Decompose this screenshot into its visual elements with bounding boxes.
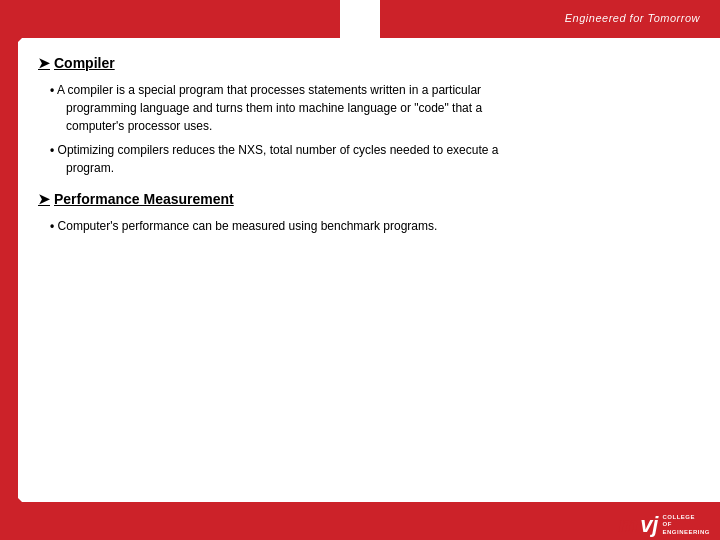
top-left-accent bbox=[0, 38, 22, 60]
compiler-heading: ➤ Compiler bbox=[38, 55, 700, 71]
perf-heading-text: Performance Measurement bbox=[54, 191, 234, 207]
bottom-left-accent bbox=[0, 480, 22, 502]
main-content: ➤ Compiler • A compiler is a special pro… bbox=[38, 55, 700, 485]
compiler-bullet-1-text: A compiler is a special program that pro… bbox=[50, 83, 700, 135]
logo-college-line3: ENGINEERING bbox=[662, 529, 710, 536]
perf-heading: ➤ Performance Measurement bbox=[38, 191, 700, 207]
arrow-icon-1: ➤ bbox=[38, 55, 50, 71]
logo-m: m bbox=[619, 514, 639, 536]
compiler-heading-text: Compiler bbox=[54, 55, 115, 71]
bullet-dot-3: • bbox=[50, 219, 54, 233]
bullet-dot-2: • bbox=[50, 143, 54, 157]
compiler-bullets: • A compiler is a special program that p… bbox=[50, 81, 700, 177]
logo-college-line1: COLLEGE bbox=[662, 514, 710, 521]
bullet-dot-1: • bbox=[50, 83, 54, 97]
left-stripe bbox=[0, 38, 18, 540]
compiler-bullet-2: • Optimizing compilers reduces the NXS, … bbox=[50, 141, 700, 177]
bottom-bar: m vj COLLEGE OF ENGINEERING bbox=[0, 502, 720, 540]
slide: Engineered for Tomorrow m vj COLLEGE OF … bbox=[0, 0, 720, 540]
perf-bullet-1-text: Computer's performance can be measured u… bbox=[58, 219, 438, 233]
tagline: Engineered for Tomorrow bbox=[565, 12, 700, 24]
compiler-bullet-2-text: Optimizing compilers reduces the NXS, to… bbox=[50, 143, 700, 177]
arrow-icon-2: ➤ bbox=[38, 191, 50, 207]
logo-text: COLLEGE OF ENGINEERING bbox=[662, 514, 710, 536]
perf-bullet-1: • Computer's performance can be measured… bbox=[50, 217, 700, 235]
logo-area: m vj COLLEGE OF ENGINEERING bbox=[619, 514, 710, 536]
top-bar: Engineered for Tomorrow bbox=[0, 0, 720, 38]
perf-bullets: • Computer's performance can be measured… bbox=[50, 217, 700, 235]
perf-section: ➤ Performance Measurement • Computer's p… bbox=[38, 191, 700, 235]
logo-college-line2: OF bbox=[662, 521, 710, 528]
mvj-logo: m vj bbox=[619, 514, 659, 536]
compiler-bullet-1: • A compiler is a special program that p… bbox=[50, 81, 700, 135]
top-bar-white-rect bbox=[340, 0, 380, 38]
logo-vj: vj bbox=[640, 514, 658, 536]
